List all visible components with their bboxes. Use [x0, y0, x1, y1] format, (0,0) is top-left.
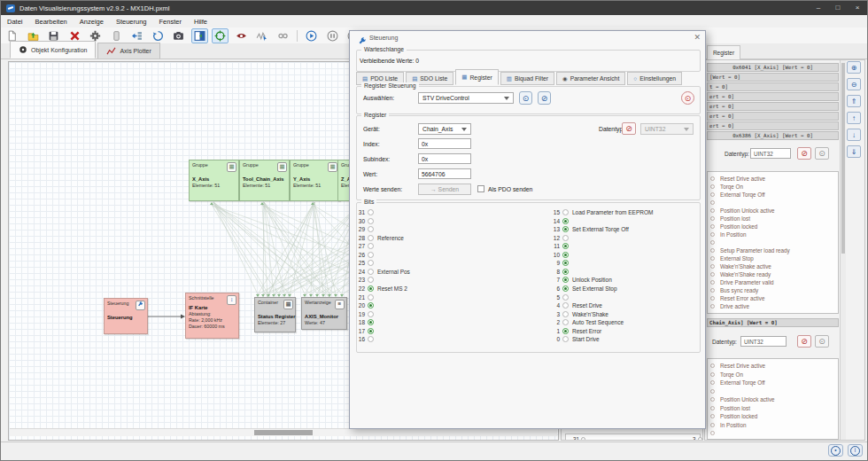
- flag-checkbox[interactable]: [710, 232, 715, 237]
- add-button[interactable]: ⊕: [847, 61, 861, 74]
- controller-select[interactable]: STV DriveControl: [418, 92, 514, 104]
- flag-checkbox[interactable]: [710, 431, 715, 435]
- toolbar-button-link[interactable]: [275, 28, 291, 43]
- dialog-tab-register[interactable]: ▦Register: [455, 69, 498, 85]
- datentyp-refresh-button[interactable]: ⊙: [815, 147, 829, 160]
- bit-radio-23[interactable]: [368, 277, 374, 283]
- radio-icon[interactable]: [698, 437, 702, 441]
- status-flag-item[interactable]: In Position: [710, 230, 836, 238]
- toolbar-button-history[interactable]: [150, 28, 167, 43]
- bit-radio-22[interactable]: [368, 285, 374, 292]
- flag-checkbox[interactable]: [710, 414, 715, 418]
- toolbar-button-eye[interactable]: [233, 28, 250, 43]
- node-if karte[interactable]: Schnittstelle↕IF KarteAbtastung:Rate: 2,…: [185, 293, 239, 339]
- info-button[interactable]: i: [848, 444, 863, 457]
- flag-checkbox[interactable]: [710, 304, 715, 309]
- bit-radio-18[interactable]: [368, 319, 374, 325]
- register-row[interactable]: 0x6386 [X_Axis] [Wert = 0]: [707, 131, 839, 140]
- geraet-select[interactable]: Chain_Axis: [418, 123, 471, 135]
- status-flag-item[interactable]: Position lost: [710, 404, 836, 412]
- status-flag-item[interactable]: External Stop: [710, 254, 836, 262]
- status-flag-item[interactable]: Bus sync ready: [710, 286, 836, 294]
- bit-radio-16[interactable]: [368, 336, 374, 342]
- remove-button[interactable]: ⊖: [847, 78, 861, 90]
- toolbar-button-crosshair[interactable]: [212, 28, 229, 43]
- flag-checkbox[interactable]: [710, 240, 715, 245]
- senden-button[interactable]: → Senden: [418, 184, 471, 195]
- flag-checkbox[interactable]: [710, 256, 715, 261]
- dialog-tab-einstellungen[interactable]: ○Einstellungen: [627, 72, 682, 85]
- flag-checkbox[interactable]: [710, 363, 715, 368]
- toolbar-button-hierarchy[interactable]: [128, 28, 145, 43]
- status-flag-item[interactable]: Wake'n'Shake active: [710, 262, 836, 270]
- bit-radio-8[interactable]: [562, 269, 569, 275]
- flag-checkbox[interactable]: [710, 264, 715, 269]
- register-row[interactable]: [Wert = 0]: [707, 73, 839, 82]
- status-flag-item[interactable]: Reset Error active: [710, 294, 836, 302]
- bit-radio-10[interactable]: [562, 252, 569, 258]
- node-y-axis[interactable]: Gruppe▦Y_AxisElemente: 51: [290, 160, 340, 201]
- menu-fenster[interactable]: Fenster: [153, 18, 188, 26]
- flag-checkbox[interactable]: [710, 397, 715, 402]
- tab-register-panel[interactable]: Register: [707, 45, 740, 60]
- toolbar-button-pause[interactable]: [324, 28, 341, 43]
- bit-radio-0[interactable]: [562, 336, 569, 342]
- flag-checkbox[interactable]: [710, 224, 715, 229]
- connect-button[interactable]: ⊙: [519, 91, 532, 105]
- datentyp-value-field[interactable]: UINT32: [750, 148, 791, 159]
- register-row[interactable]: ert = 0]: [707, 112, 839, 121]
- status-flag-item[interactable]: External Torqe Off: [710, 191, 836, 199]
- tab-axis-plotter[interactable]: Axis Plotter: [97, 43, 159, 59]
- register-row[interactable]: ert = 0]: [707, 92, 839, 101]
- toolbar-button-camera[interactable]: [170, 28, 187, 43]
- bit-radio-11[interactable]: [562, 243, 569, 249]
- disconnect-button[interactable]: ⊘: [538, 91, 551, 105]
- minimize-button[interactable]: –: [809, 2, 828, 14]
- datentyp-block-button[interactable]: ⊘: [622, 122, 636, 135]
- target-button[interactable]: •: [828, 444, 843, 457]
- close-button[interactable]: ×: [848, 2, 867, 14]
- datentyp-refresh-button[interactable]: ⊙: [815, 335, 829, 348]
- toolbar-button-device[interactable]: [108, 28, 125, 43]
- bit-radio-20[interactable]: [368, 302, 374, 309]
- record-button[interactable]: ⊙: [681, 91, 694, 105]
- node-x-axis[interactable]: Gruppe▦X_AxisElemente: 51: [189, 160, 239, 201]
- datentyp-block-button[interactable]: ⊘: [797, 147, 811, 160]
- bit-radio-27[interactable]: [368, 243, 374, 249]
- flag-checkbox[interactable]: [710, 296, 715, 301]
- flag-checkbox[interactable]: [710, 176, 715, 181]
- panel-scrollbar-thumb[interactable]: [841, 63, 845, 254]
- node-steuerung[interactable]: SteuerungSteuerung: [104, 298, 148, 334]
- flag-checkbox[interactable]: [710, 389, 715, 394]
- status-flag-item[interactable]: Torqe On: [710, 183, 836, 191]
- bit-radio-21[interactable]: [368, 294, 374, 301]
- bit-radio-14[interactable]: [562, 218, 569, 224]
- register-row[interactable]: t = 0]: [707, 82, 839, 91]
- bit-radio-4[interactable]: [562, 302, 569, 309]
- bit-radio-29[interactable]: [368, 226, 374, 232]
- menu-datei[interactable]: Datei: [1, 18, 29, 26]
- subindex-input[interactable]: [418, 153, 471, 164]
- maximize-button[interactable]: □: [828, 2, 848, 14]
- bit-radio-17[interactable]: [368, 328, 374, 334]
- status-flag-item[interactable]: Drive Parameter valid: [710, 278, 836, 286]
- menu-bearbeiten[interactable]: Bearbeiten: [29, 18, 74, 26]
- bit-radio-26[interactable]: [368, 252, 374, 258]
- bit-radio-15[interactable]: [562, 209, 569, 215]
- register-row[interactable]: 0x6041 [X_Axis] [Wert = 0]: [707, 63, 839, 72]
- status-flag-item[interactable]: Position locked: [710, 223, 836, 230]
- bit-radio-28[interactable]: [368, 235, 374, 241]
- flag-checkbox[interactable]: [710, 192, 715, 197]
- bit-radio-5[interactable]: [562, 294, 569, 301]
- als-pdo-senden-checkbox[interactable]: [477, 185, 484, 192]
- toolbar-button-probe[interactable]: [253, 28, 270, 43]
- flag-checkbox[interactable]: [710, 288, 715, 293]
- flag-checkbox[interactable]: [710, 272, 715, 277]
- toolbar-button-panel-toggle[interactable]: [191, 28, 208, 43]
- panel-vertical-scrollbar[interactable]: [840, 60, 846, 440]
- dialog-tab-biquad-filter[interactable]: ▥Biquad Filter: [500, 72, 554, 85]
- datentyp-select[interactable]: UINT32: [640, 123, 694, 135]
- bit-radio-24[interactable]: [368, 269, 374, 275]
- status-flag-item[interactable]: [710, 429, 836, 437]
- move-down-button[interactable]: ↓: [847, 129, 861, 141]
